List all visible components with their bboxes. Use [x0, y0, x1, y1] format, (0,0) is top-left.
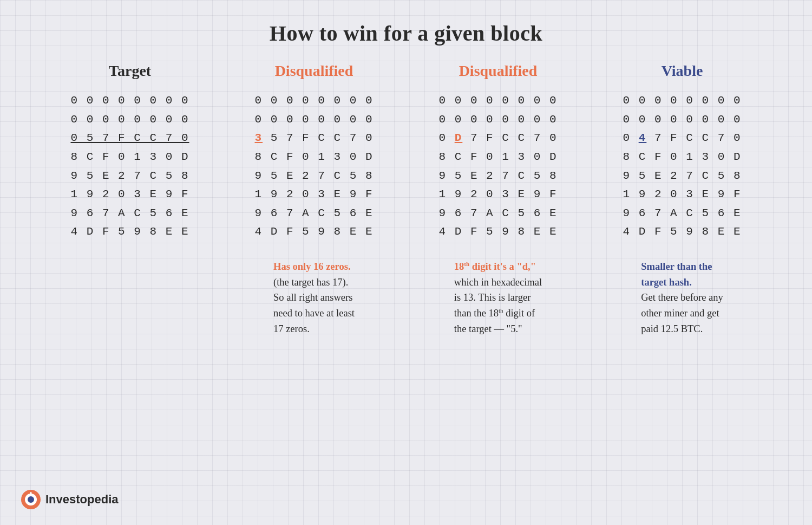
hash-row-special: 3 5 7 F C C 7 0 [254, 129, 373, 148]
column-viable: Viable 0 0 0 0 0 0 0 0 0 0 0 0 0 0 0 0 0… [590, 62, 774, 336]
hash-block-target: 0 0 0 0 0 0 0 0 0 0 0 0 0 0 0 0 0 5 7 F … [70, 92, 189, 242]
hash-row: 9 6 7 A C 5 6 E [623, 204, 741, 223]
col-heading-target: Target [109, 62, 151, 80]
hash-row-underline: 0 5 7 F C C 7 0 [70, 129, 189, 148]
hash-row: 0 0 0 0 0 0 0 0 [254, 92, 373, 111]
col-heading-disqualified2: Disqualified [459, 62, 538, 80]
hash-row: 9 6 7 A C 5 6 E [438, 204, 557, 223]
hash-row: 0 0 0 0 0 0 0 0 [70, 92, 189, 111]
hash-row: 8 C F 0 1 3 0 D [70, 148, 189, 167]
explanation-disqualified1: Has only 16 zeros. (the target has 17). … [273, 259, 355, 336]
hash-row: 9 6 7 A C 5 6 E [70, 204, 189, 223]
hash-row: 0 0 0 0 0 0 0 0 [438, 92, 557, 111]
hash-row: 4 D F 5 9 8 E E [70, 223, 189, 242]
hash-row-special: 0 4 7 F C C 7 0 [623, 129, 741, 148]
hash-block-disqualified1: 0 0 0 0 0 0 0 0 0 0 0 0 0 0 0 0 3 5 7 F … [254, 92, 373, 242]
hash-row: 9 5 E 2 7 C 5 8 [438, 167, 557, 186]
svg-point-2 [28, 496, 34, 503]
hash-block-viable: 0 0 0 0 0 0 0 0 0 0 0 0 0 0 0 0 0 4 7 F … [623, 92, 741, 242]
explanation-viable: Smaller than thetarget hash. Get there b… [641, 259, 723, 336]
hash-row: 8 C F 0 1 3 0 D [623, 148, 741, 167]
page-title: How to win for a given block [0, 0, 812, 62]
hash-row: 1 9 2 0 3 E 9 F [438, 185, 557, 204]
hash-row: 4 D F 5 9 8 E E [254, 223, 373, 242]
investopedia-logo-icon [21, 489, 41, 510]
hash-row: 4 D F 5 9 8 E E [623, 223, 741, 242]
col-heading-viable: Viable [662, 62, 703, 80]
explanation-disqualified2: 18th digit it's a "d," which in hexadeci… [454, 259, 542, 336]
col-heading-disqualified1: Disqualified [275, 62, 353, 80]
column-disqualified1: Disqualified 0 0 0 0 0 0 0 0 0 0 0 0 0 0… [222, 62, 406, 336]
column-disqualified2: Disqualified 0 0 0 0 0 0 0 0 0 0 0 0 0 0… [406, 62, 590, 336]
hash-row-special: 0 D 7 F C C 7 0 [438, 129, 557, 148]
hash-block-disqualified2: 0 0 0 0 0 0 0 0 0 0 0 0 0 0 0 0 0 D 7 F … [438, 92, 557, 242]
hash-row: 0 0 0 0 0 0 0 0 [623, 92, 741, 111]
highlight-char: 4 [639, 132, 647, 144]
hash-row: 0 0 0 0 0 0 0 0 [70, 111, 189, 129]
explanation-emph-line1: 18th digit it's a "d," [454, 261, 536, 272]
hash-row: 8 C F 0 1 3 0 D [254, 148, 373, 167]
investopedia-logo: Investopedia [21, 489, 118, 510]
hash-row: 0 0 0 0 0 0 0 0 [438, 111, 557, 129]
columns-wrapper: Target 0 0 0 0 0 0 0 0 0 0 0 0 0 0 0 0 0… [0, 62, 812, 336]
hash-row: 9 6 7 A C 5 6 E [254, 204, 373, 223]
highlight-char: D [455, 132, 463, 144]
hash-row: 9 5 E 2 7 C 5 8 [623, 167, 741, 186]
hash-row: 0 0 0 0 0 0 0 0 [623, 111, 741, 129]
hash-row: 9 5 E 2 7 C 5 8 [70, 167, 189, 186]
hash-row: 8 C F 0 1 3 0 D [438, 148, 557, 167]
svg-rect-3 [30, 492, 32, 496]
hash-row: 1 9 2 0 3 E 9 F [70, 185, 189, 204]
hash-row: 4 D F 5 9 8 E E [438, 223, 557, 242]
explanation-emph: Has only 16 zeros. [273, 261, 351, 272]
investopedia-logo-text: Investopedia [45, 492, 118, 507]
hash-row: 0 0 0 0 0 0 0 0 [254, 111, 373, 129]
hash-row: 1 9 2 0 3 E 9 F [623, 185, 741, 204]
hash-row: 9 5 E 2 7 C 5 8 [254, 167, 373, 186]
column-target: Target 0 0 0 0 0 0 0 0 0 0 0 0 0 0 0 0 0… [38, 62, 222, 242]
explanation-emph: Smaller than thetarget hash. [641, 261, 712, 288]
highlight-char: 3 [254, 132, 263, 144]
hash-row: 1 9 2 0 3 E 9 F [254, 185, 373, 204]
